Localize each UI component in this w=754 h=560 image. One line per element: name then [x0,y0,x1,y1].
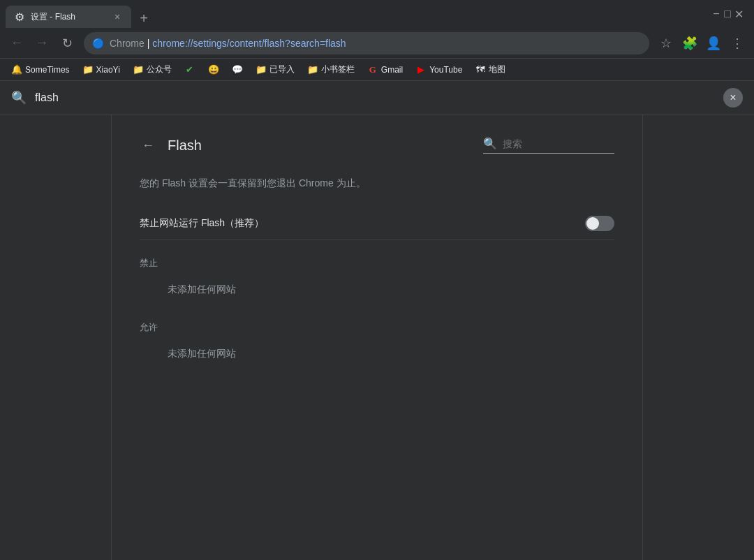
panel-search-icon: 🔍 [483,137,497,150]
bookmark-xiaoshujian-label: 小书签栏 [321,64,355,75]
bookmark-tick-icon: ✔ [184,64,195,75]
titlebar: ⚙ 设置 - Flash × + − □ ✕ [0,0,754,28]
bookmark-xiaoyi-label: XiaoYi [96,65,120,75]
bookmark-sometimes-icon: 🔔 [11,64,22,75]
tab-strip: ⚙ 设置 - Flash × + [6,0,707,28]
bookmark-ditu[interactable]: 🗺 地图 [469,62,511,77]
flash-toggle-row: 禁止网站运行 Flash（推荐） [140,207,614,240]
new-tab-button[interactable]: + [134,8,154,28]
flash-toggle-switch[interactable] [585,216,614,231]
bookmark-tick[interactable]: ✔ [179,63,201,77]
bookmark-wechat[interactable]: 💬 [226,63,249,77]
bookmark-youtube[interactable]: ▶ YouTube [410,63,468,77]
settings-search-clear-button[interactable]: × [723,88,743,108]
panel-search-input[interactable] [503,138,614,149]
menu-button[interactable]: ⋮ [726,32,748,54]
panel-header: ← Flash 🔍 [140,137,614,154]
bookmark-gongzhonghao-icon: 📁 [133,64,144,75]
block-empty-text: 未添加任何网站 [140,275,614,304]
active-tab[interactable]: ⚙ 设置 - Flash × [6,6,131,28]
right-panel [642,115,754,560]
settings-search-input[interactable] [35,91,715,104]
bookmark-gmail[interactable]: G Gmail [362,63,408,77]
address-text: Chrome | chrome://settings/content/flash… [110,38,641,49]
bookmark-sometimes-label: SomeTimes [25,65,70,75]
bookmark-yidao-label: 已导入 [269,64,295,75]
settings-search-bar: 🔍 × [0,81,754,115]
allow-section-title: 允许 [140,321,614,334]
block-section-title: 禁止 [140,257,614,270]
reload-button[interactable]: ↻ [56,32,78,54]
tab-favicon-icon: ⚙ [14,11,25,22]
allow-empty-text: 未添加任何网站 [140,339,614,369]
toggle-knob [586,217,599,230]
content-area: ← Flash 🔍 您的 Flash 设置会一直保留到您退出 Chrome 为止… [0,115,754,560]
address-url: chrome://settings/content/flash?search=f… [152,38,346,49]
bookmark-xiaoshujian[interactable]: 📁 小书签栏 [302,62,360,77]
back-button[interactable]: ← [6,32,28,54]
bookmark-sometimes[interactable]: 🔔 SomeTimes [6,63,75,77]
panel-search-box[interactable]: 🔍 [483,137,614,154]
close-button[interactable]: ✕ [734,10,743,18]
window-controls: − □ ✕ [707,10,748,18]
bookmark-wechat-icon: 💬 [232,64,243,75]
settings-search-icon: 🔍 [11,90,27,105]
bookmarks-bar: 🔔 SomeTimes 📁 XiaoYi 📁 公众号 ✔ 😀 💬 📁 已导入 📁… [0,59,754,81]
address-security-icon: 🔵 [92,38,104,49]
extensions-button[interactable]: 🧩 [679,32,701,54]
flash-notice-text: 您的 Flash 设置会一直保留到您退出 Chrome 为止。 [140,176,614,191]
panel-back-button[interactable]: ← [140,137,156,154]
bookmark-gmail-icon: G [367,64,378,75]
panel-title-row: ← Flash [140,137,202,154]
chrome-label: Chrome [110,38,145,49]
bookmark-ditu-icon: 🗺 [475,64,486,75]
bookmark-youtube-label: YouTube [429,65,462,75]
settings-panel: ← Flash 🔍 您的 Flash 设置会一直保留到您退出 Chrome 为止… [112,115,642,560]
bookmark-gongzhonghao-label: 公众号 [147,64,172,75]
bookmark-xiaoyi-icon: 📁 [82,64,94,75]
profile-button[interactable]: 👤 [702,32,725,54]
maximize-button[interactable]: □ [723,10,732,18]
tab-close-button[interactable]: × [112,11,123,22]
nav-right-buttons: ☆ 🧩 👤 ⋮ [655,32,748,54]
navbar: ← → ↻ 🔵 Chrome | chrome://settings/conte… [0,28,754,59]
bookmark-gongzhonghao[interactable]: 📁 公众号 [127,62,177,77]
bookmark-yidao-icon: 📁 [256,64,267,75]
bookmark-xiaoyi[interactable]: 📁 XiaoYi [77,63,126,77]
bookmark-yidao[interactable]: 📁 已导入 [250,62,300,77]
tab-title: 设置 - Flash [31,11,106,23]
bookmark-emoji1-icon: 😀 [208,64,219,75]
forward-button[interactable]: → [31,32,53,54]
address-bar[interactable]: 🔵 Chrome | chrome://settings/content/fla… [84,32,649,54]
bookmark-xiaoshujian-icon: 📁 [307,64,318,75]
bookmark-ditu-label: 地图 [489,64,505,75]
bookmark-youtube-icon: ▶ [415,64,427,75]
settings-sidebar [0,115,112,560]
panel-title: Flash [168,138,202,154]
flash-toggle-label: 禁止网站运行 Flash（推荐） [140,217,264,230]
bookmark-gmail-label: Gmail [381,65,403,75]
minimize-button[interactable]: − [712,10,720,18]
bookmark-emoji1[interactable]: 😀 [202,63,225,77]
bookmark-button[interactable]: ☆ [655,32,677,54]
